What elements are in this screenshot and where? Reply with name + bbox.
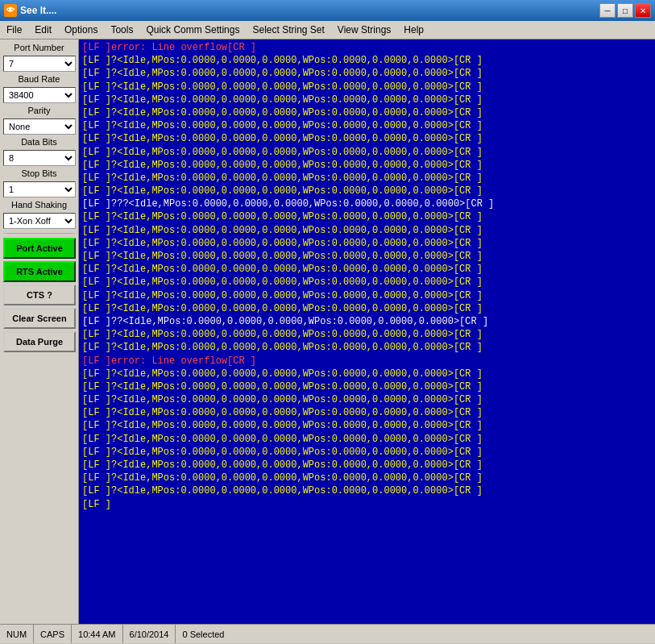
hand-shaking-label: Hand Shaking xyxy=(3,200,75,210)
terminal-line: [LF ]?<Idle,MPos:0.0000,0.0000,0.0000,WP… xyxy=(82,484,652,497)
status-date: 6/10/2014 xyxy=(123,625,176,643)
stop-bits-label: Stop Bits xyxy=(3,168,75,178)
rts-active-button[interactable]: RTS Active xyxy=(3,261,76,282)
terminal-line: [LF ]?<Idle,MPos:0.0000,0.0000,0.0000,WP… xyxy=(82,146,652,159)
status-caps: CAPS xyxy=(34,625,72,643)
terminal-line: [LF ]?<Idle,MPos:0.0000,0.0000,0.0000,WP… xyxy=(82,172,652,185)
terminal-line: [LF ] xyxy=(82,498,652,511)
menu-item-edit[interactable]: Edit xyxy=(28,23,58,37)
terminal-line: [LF ]?<Idle,MPos:0.0000,0.0000,0.0000,WP… xyxy=(82,81,652,93)
terminal-line: [LF ]?<Idle,MPos:0.0000,0.0000,0.0000,WP… xyxy=(82,263,652,276)
terminal-line: [LF ]?<Idle,MPos:0.0000,0.0000,0.0000,WP… xyxy=(82,289,652,302)
port-number-label: Port Number xyxy=(3,43,75,52)
title-buttons: ─ □ ✕ xyxy=(599,3,651,18)
terminal-line: [LF ]???<Idle,MPos:0.0000,0.0000,0.0000,… xyxy=(82,197,652,210)
terminal-line: [LF ]?<Idle,MPos:0.0000,0.0000,0.0000,WP… xyxy=(82,328,652,341)
terminal-line: [LF ]?<Idle,MPos:0.0000,0.0000,0.0000,WP… xyxy=(82,93,652,106)
status-selected: 0 Selected xyxy=(176,625,655,643)
terminal-line: [LF ]error: Line overflow[CR ] xyxy=(82,355,652,368)
minimize-button[interactable]: ─ xyxy=(599,3,616,18)
status-time: 10:44 AM xyxy=(72,625,122,643)
baud-rate-label: Baud Rate xyxy=(3,74,75,84)
close-button[interactable]: ✕ xyxy=(635,3,651,18)
data-bits-select[interactable]: 8 xyxy=(3,150,76,166)
terminal-line: [LF ]?<Idle,MPos:0.0000,0.0000,0.0000,WP… xyxy=(82,472,652,484)
menu-item-view-strings[interactable]: View Strings xyxy=(331,23,397,37)
terminal-line: [LF ]?<Idle,MPos:0.0000,0.0000,0.0000,WP… xyxy=(82,67,652,80)
terminal-line: [LF ]?<Idle,MPos:0.0000,0.0000,0.0000,WP… xyxy=(82,459,652,472)
menu-item-tools[interactable]: Tools xyxy=(104,23,139,37)
parity-label: Parity xyxy=(3,106,75,115)
terminal-line: [LF ]?<Idle,MPos:0.0000,0.0000,0.0000,WP… xyxy=(82,106,652,119)
parity-select[interactable]: None xyxy=(3,118,76,135)
status-num: NUM xyxy=(0,625,34,643)
menu-bar: FileEditOptionsToolsQuick Comm SettingsS… xyxy=(0,21,655,39)
terminal-line: [LF ]?<Idle,MPos:0.0000,0.0000,0.0000,WP… xyxy=(82,210,652,223)
terminal-line: [LF ]?<Idle,MPos:0.0000,0.0000,0.0000,WP… xyxy=(82,224,652,237)
terminal-line: [LF ]error: Line overflow[CR ] xyxy=(82,41,652,54)
sidebar: Port Number 7 Baud Rate 38400 Parity Non… xyxy=(0,39,79,624)
menu-item-quick-comm-settings[interactable]: Quick Comm Settings xyxy=(139,23,246,37)
stop-bits-select[interactable]: 1 xyxy=(3,181,76,197)
terminal-line: [LF ]?<Idle,MPos:0.0000,0.0000,0.0000,WP… xyxy=(82,185,652,197)
port-number-select[interactable]: 7 xyxy=(3,56,76,72)
terminal-area[interactable]: [LF ]error: Line overflow[CR ][LF ]?<Idl… xyxy=(79,39,655,624)
maximize-button[interactable]: □ xyxy=(617,3,633,18)
baud-rate-select[interactable]: 38400 xyxy=(3,87,76,103)
terminal-line: [LF ]?<Idle,MPos:0.0000,0.0000,0.0000,WP… xyxy=(82,159,652,172)
hand-shaking-select[interactable]: 1-Xon Xoff xyxy=(3,213,76,229)
terminal-line: [LF ]?<Idle,MPos:0.0000,0.0000,0.0000,WP… xyxy=(82,419,652,432)
terminal-line: [LF ]?<Idle,MPos:0.0000,0.0000,0.0000,WP… xyxy=(82,380,652,393)
terminal-line: [LF ]?<Idle,MPos:0.0000,0.0000,0.0000,WP… xyxy=(82,393,652,406)
window-title: See It.... xyxy=(20,5,56,16)
cts-button[interactable]: CTS ? xyxy=(3,285,76,305)
terminal-line: [LF ]?<Idle,MPos:0.0000,0.0000,0.0000,WP… xyxy=(82,433,652,446)
terminal-line: [LF ]?<Idle,MPos:0.0000,0.0000,0.0000,WP… xyxy=(82,406,652,419)
menu-item-file[interactable]: File xyxy=(0,23,28,37)
app-icon: 👁 xyxy=(4,4,17,17)
terminal-line: [LF ]?<Idle,MPos:0.0000,0.0000,0.0000,WP… xyxy=(82,276,652,289)
terminal-line: [LF ]?<Idle,MPos:0.0000,0.0000,0.0000,WP… xyxy=(82,250,652,263)
terminal-line: [LF ]?<Idle,MPos:0.0000,0.0000,0.0000,WP… xyxy=(82,302,652,315)
menu-item-select-string-set[interactable]: Select String Set xyxy=(246,23,330,37)
terminal-line: [LF ]?<Idle,MPos:0.0000,0.0000,0.0000,WP… xyxy=(82,368,652,380)
port-active-button[interactable]: Port Active xyxy=(3,238,76,259)
title-bar-left: 👁 See It.... xyxy=(4,4,56,17)
terminal-line: [LF ]?<Idle,MPos:0.0000,0.0000,0.0000,WP… xyxy=(82,119,652,132)
terminal-line: [LF ]?<Idle,MPos:0.0000,0.0000,0.0000,WP… xyxy=(82,237,652,250)
data-bits-label: Data Bits xyxy=(3,137,75,147)
main-content: Port Number 7 Baud Rate 38400 Parity Non… xyxy=(0,39,655,624)
terminal-line: [LF ]??<Idle,MPos:0.0000,0.0000,0.0000,W… xyxy=(82,315,652,328)
menu-item-help[interactable]: Help xyxy=(397,23,430,37)
terminal-line: [LF ]?<Idle,MPos:0.0000,0.0000,0.0000,WP… xyxy=(82,446,652,459)
title-bar: 👁 See It.... ─ □ ✕ xyxy=(0,0,655,21)
data-purge-button[interactable]: Data Purge xyxy=(3,331,76,352)
clear-screen-button[interactable]: Clear Screen xyxy=(3,308,76,329)
terminal-line: [LF ]?<Idle,MPos:0.0000,0.0000,0.0000,WP… xyxy=(82,54,652,67)
terminal-line: [LF ]?<Idle,MPos:0.0000,0.0000,0.0000,WP… xyxy=(82,341,652,354)
terminal-line: [LF ]?<Idle,MPos:0.0000,0.0000,0.0000,WP… xyxy=(82,132,652,145)
menu-item-options[interactable]: Options xyxy=(58,23,104,37)
status-bar: NUM CAPS 10:44 AM 6/10/2014 0 Selected xyxy=(0,624,655,643)
